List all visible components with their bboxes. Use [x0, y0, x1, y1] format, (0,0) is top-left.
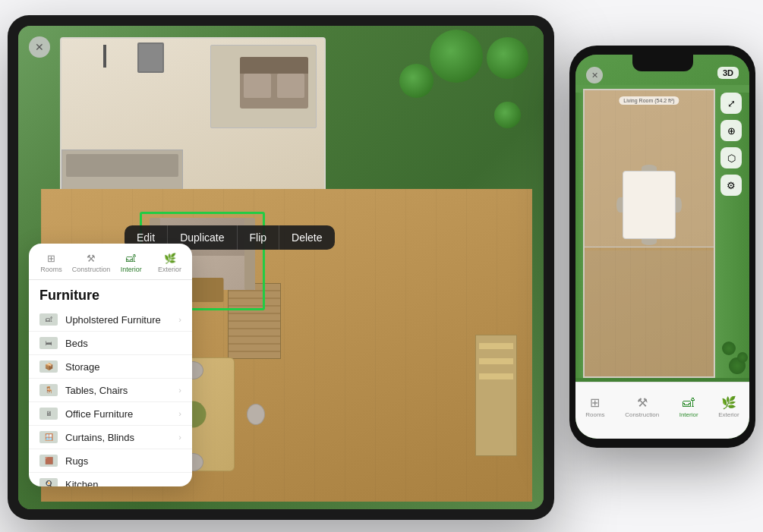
list-item-tables[interactable]: 🪑 Tables, Chairs ›: [29, 379, 192, 402]
rooms-icon: ⊞: [47, 253, 55, 264]
tablet-screen: ✕: [18, 26, 544, 509]
context-delete[interactable]: Delete: [279, 225, 334, 250]
list-item-curtains[interactable]: 🪟 Curtains, Blinds ›: [29, 426, 192, 449]
list-item-beds[interactable]: 🛏 Beds: [29, 332, 192, 355]
phone-view-mode[interactable]: 3D: [717, 67, 739, 79]
construction-icon: ⚒: [87, 253, 96, 264]
phone-interior-icon: 🛋: [683, 396, 695, 410]
pillow-1: [244, 74, 271, 98]
sidebar-panel: ⊞ Rooms ⚒ Construction 🛋 Interior 🌿 Exte…: [29, 244, 192, 486]
phone-construction-icon: ⚒: [637, 395, 648, 410]
tab-construction[interactable]: ⚒ Construction: [71, 250, 112, 279]
curtains-icon: 🪟: [39, 431, 58, 443]
beds-label: Beds: [65, 338, 88, 349]
phone-notch: [632, 55, 693, 71]
list-item-rugs[interactable]: 🟫 Rugs: [29, 449, 192, 473]
bed: [240, 57, 308, 109]
phone-close-button[interactable]: ✕: [586, 67, 603, 83]
bedroom: [210, 45, 317, 128]
phone-floor-plan: Living Room (54.2 ft²): [583, 89, 715, 378]
chevron-icon-3: ›: [178, 386, 181, 395]
tab-rooms-label: Rooms: [40, 266, 62, 273]
tab-rooms[interactable]: ⊞ Rooms: [32, 250, 71, 279]
tree-1: [430, 30, 483, 83]
list-item-storage[interactable]: 📦 Storage: [29, 355, 192, 379]
tab-interior-label: Interior: [121, 266, 142, 273]
phone-interior-label: Interior: [679, 411, 698, 418]
wall-picture: [137, 42, 164, 73]
phone-rooms-label: Rooms: [585, 411, 604, 418]
list-item-kitchen[interactable]: 🍳 Kitchen: [29, 473, 192, 486]
tree-2: [487, 37, 528, 79]
phone-chair-right: [676, 197, 682, 212]
phone-tab-rooms[interactable]: ⊞ Rooms: [585, 395, 604, 418]
phone-construction-label: Construction: [625, 411, 659, 418]
tab-construction-label: Construction: [72, 266, 111, 273]
phone-tool-layers[interactable]: ⬡: [720, 147, 742, 168]
phone-tool-move[interactable]: ⤢: [720, 93, 742, 114]
office-icon: 🖥: [39, 408, 58, 420]
phone-bottom-tabs: ⊞ Rooms ⚒ Construction 🛋 Interior 🌿 Exte…: [575, 382, 749, 439]
beds-icon: 🛏: [39, 337, 58, 349]
tab-exterior[interactable]: 🌿 Exterior: [150, 250, 189, 279]
phone-screen: ✕ 3D ⤢ ⊕ ⬡ ⚙ Living Room (54.2 ft²): [575, 55, 749, 439]
phone-tab-construction[interactable]: ⚒ Construction: [625, 395, 659, 418]
rugs-label: Rugs: [65, 455, 88, 467]
curtains-label: Curtains, Blinds: [65, 432, 134, 443]
office-label: Office Furniture: [65, 408, 133, 420]
phone-chair-bottom: [642, 239, 657, 245]
bed-headboard: [240, 57, 308, 74]
bush-3: [737, 352, 748, 363]
counter-top: [66, 154, 178, 177]
scene-container: ✕: [0, 0, 763, 532]
storage-icon: 📦: [39, 360, 58, 373]
phone-dining-set: [623, 171, 676, 239]
bookshelf: [475, 335, 517, 456]
storage-label: Storage: [65, 361, 100, 373]
tablet-close-button[interactable]: ✕: [29, 36, 50, 58]
phone-tab-interior[interactable]: 🛋 Interior: [679, 396, 698, 418]
phone-device: ✕ 3D ⤢ ⊕ ⬡ ⚙ Living Room (54.2 ft²): [569, 46, 755, 448]
rugs-icon: 🟫: [39, 455, 58, 467]
tab-interior[interactable]: 🛋 Interior: [112, 250, 150, 279]
phone-tool-compass[interactable]: ⊕: [720, 120, 742, 141]
chair-right: [247, 404, 265, 425]
list-item-office[interactable]: 🖥 Office Furniture ›: [29, 402, 192, 426]
phone-tab-exterior[interactable]: 🌿 Exterior: [718, 395, 739, 418]
exterior-icon: 🌿: [164, 253, 176, 264]
phone-lower-room: [585, 250, 714, 376]
interior-icon: 🛋: [126, 253, 136, 264]
tables-icon: 🪑: [39, 384, 58, 396]
phone-rooms-icon: ⊞: [590, 395, 600, 410]
phone-toolbar: ⤢ ⊕ ⬡ ⚙: [720, 93, 742, 196]
phone-living-room: Living Room (54.2 ft²): [585, 90, 714, 247]
tree-3: [399, 64, 434, 98]
bush-2: [722, 342, 736, 355]
phone-dining-table: [623, 171, 676, 239]
upholstered-icon: 🛋: [39, 313, 58, 326]
phone-tool-settings[interactable]: ⚙: [720, 175, 742, 196]
pillow-2: [277, 74, 304, 98]
lamp-pole: [103, 45, 106, 68]
phone-chair-top: [642, 165, 657, 171]
sidebar-category-title: Furniture: [29, 280, 192, 308]
list-item-upholstered[interactable]: 🛋 Upholstered Furniture ›: [29, 308, 192, 332]
chevron-icon-0: ›: [178, 315, 181, 324]
chevron-icon-5: ›: [178, 433, 181, 442]
kitchen-label: Kitchen: [65, 479, 98, 487]
phone-living-room-label: Living Room (54.2 ft²): [619, 96, 679, 105]
context-flip[interactable]: Flip: [238, 225, 280, 250]
shelf-3: [479, 373, 513, 379]
upholstered-label: Upholstered Furniture: [65, 314, 161, 326]
phone-exterior-icon: 🌿: [721, 395, 736, 410]
shelf-1: [479, 343, 513, 349]
sidebar-tabs: ⊞ Rooms ⚒ Construction 🛋 Interior 🌿 Exte…: [29, 244, 192, 280]
kitchen-icon: 🍳: [39, 478, 58, 486]
chevron-icon-4: ›: [178, 409, 181, 418]
phone-exterior-label: Exterior: [718, 411, 739, 418]
phone-chair-left: [616, 197, 623, 212]
tablet-device: ✕: [8, 15, 554, 520]
tab-exterior-label: Exterior: [158, 266, 181, 273]
tables-label: Tables, Chairs: [65, 385, 128, 396]
shelf-2: [479, 358, 513, 364]
